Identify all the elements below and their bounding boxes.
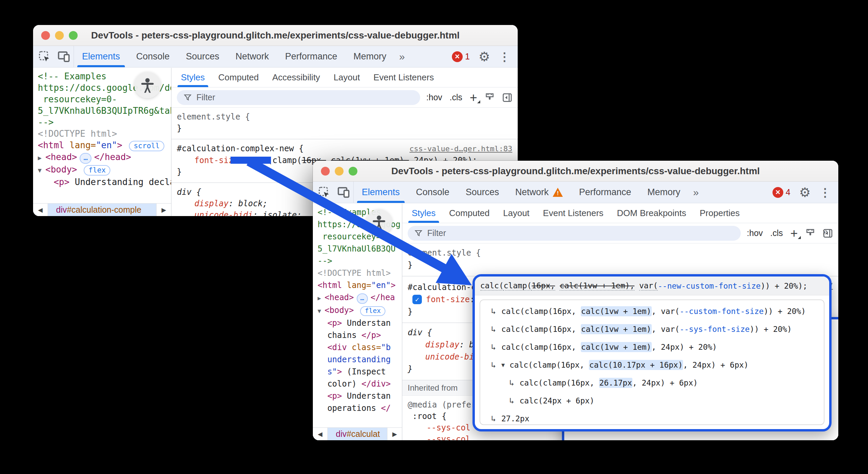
breadcrumb-scroll-left-icon[interactable]: ◀ xyxy=(33,204,48,216)
trace-step[interactable]: ↳ ▼ calc(clamp(16px, 26.17px, 24px) + 6p… xyxy=(480,374,824,392)
trace-step[interactable]: ↳ ▼ calc(clamp(16px, calc(10.17px + 16px… xyxy=(480,356,824,374)
minimize-window-button[interactable] xyxy=(335,167,344,176)
element-style-section[interactable]: element.style { } xyxy=(171,108,518,139)
dom-tree-node[interactable]: s"> (Inspect xyxy=(318,366,402,378)
rendering-brush-icon[interactable] xyxy=(805,228,815,238)
dom-tree-node[interactable]: color) </div> xyxy=(318,378,402,390)
breadcrumb-scroll-left-icon[interactable]: ◀ xyxy=(313,428,328,440)
error-badge[interactable]: ✕ 4 xyxy=(772,187,790,198)
sidebar-tab[interactable]: Styles xyxy=(405,204,442,223)
dom-tree-node[interactable]: --> xyxy=(318,255,402,267)
panel-tab[interactable]: Network ! xyxy=(227,46,277,67)
kebab-menu-icon[interactable]: ⋮ xyxy=(499,50,510,63)
sidebar-tab[interactable]: Styles xyxy=(174,68,212,87)
declaration-checkbox[interactable]: ✓ xyxy=(412,295,422,304)
panel-tab[interactable]: Console ! xyxy=(408,182,458,203)
panel-tab[interactable]: Console ! xyxy=(128,46,178,67)
more-tabs-icon[interactable]: » xyxy=(818,226,833,237)
zoom-window-button[interactable] xyxy=(69,31,78,40)
expander-icon[interactable]: ▼ xyxy=(501,362,505,368)
sidebar-tab[interactable]: Properties xyxy=(693,204,747,223)
kebab-menu-icon[interactable]: ⋮ xyxy=(819,186,831,199)
trace-step[interactable]: ↳ ▼ calc(clamp(16px, calc(1vw + 1em), va… xyxy=(480,320,824,338)
sidebar-tab[interactable]: Event Listeners xyxy=(367,68,440,87)
dom-tree-node[interactable]: <html lang="en"> scroll xyxy=(38,139,171,151)
rendering-brush-icon[interactable] xyxy=(485,93,495,103)
breadcrumb-scroll-right-icon[interactable]: ▶ xyxy=(387,428,402,440)
trace-step[interactable]: ↳ ▼ 27.2px xyxy=(480,410,824,425)
panel-tab[interactable]: Sources ! xyxy=(178,46,227,67)
new-style-rule-button[interactable]: + xyxy=(470,91,477,104)
panel-tab[interactable]: Memory ! xyxy=(639,182,688,203)
sidebar-tab[interactable]: DOM Breakpoints xyxy=(610,204,693,223)
zoom-window-button[interactable] xyxy=(349,167,357,176)
toggle-class-button[interactable]: .cls xyxy=(450,93,462,102)
dom-tree-node[interactable]: <div class="b xyxy=(318,341,402,353)
panel-tab[interactable]: Performance ! xyxy=(571,182,640,203)
dom-tree-node[interactable]: <html lang="en"> xyxy=(318,279,402,291)
dom-tree-node[interactable]: ▼ <body> flex xyxy=(318,304,402,317)
panel-tab[interactable]: Memory ! xyxy=(345,46,395,67)
trace-step[interactable]: ↳ ▼ calc(clamp(16px, calc(1vw + 1em), 24… xyxy=(480,338,824,356)
panel-tab[interactable]: Elements ! xyxy=(74,46,128,67)
dom-tree-node[interactable]: <!DOCTYPE html> xyxy=(318,267,402,279)
toggle-pseudo-class-button[interactable]: :hov xyxy=(426,93,442,102)
settings-gear-icon[interactable]: ⚙ xyxy=(479,50,490,63)
device-toolbar-icon[interactable] xyxy=(337,187,350,198)
filter-input[interactable]: Filter xyxy=(177,90,420,105)
new-style-rule-button[interactable]: + xyxy=(790,227,798,240)
sidebar-tab[interactable]: Layout xyxy=(327,68,367,87)
dom-tree-node[interactable]: chains </p> xyxy=(318,329,402,341)
toggle-class-button[interactable]: .cls xyxy=(770,228,783,238)
stylesheet-link[interactable]: css-value-d…ger.html:83 xyxy=(409,143,512,155)
more-tabs-icon[interactable]: » xyxy=(688,182,704,203)
breadcrumb-scroll-right-icon[interactable]: ▶ xyxy=(156,204,171,216)
sidebar-tab[interactable]: Computed xyxy=(212,68,266,87)
trace-step[interactable]: ↳ ▼ calc(24px + 6px) xyxy=(480,392,824,410)
dom-tree-node[interactable]: ▶ <head>…</hea xyxy=(318,291,402,304)
css-declaration-name[interactable]: font-size: xyxy=(426,293,475,306)
sidebar-tab[interactable]: Computed xyxy=(442,204,496,223)
toggle-pseudo-class-button[interactable]: :hov xyxy=(747,228,763,238)
sidebar-tab[interactable]: Event Listeners xyxy=(536,204,610,223)
trace-step[interactable]: ↳ ▼ calc(clamp(16px, calc(1vw + 1em), va… xyxy=(480,302,824,320)
error-badge[interactable]: ✕ 1 xyxy=(452,51,470,62)
dom-tree-node[interactable]: operations </ xyxy=(318,402,402,414)
dom-tree-node[interactable]: ▼ <body> flex xyxy=(38,164,171,176)
sidebar-tab[interactable]: Layout xyxy=(496,204,536,223)
sidebar-tab[interactable]: Accessibility xyxy=(266,68,327,87)
dom-tree-node[interactable]: resourcekey=0- xyxy=(318,231,402,243)
close-window-button[interactable] xyxy=(321,167,330,176)
dom-tree-node[interactable]: 5_l7VKnhaUl6B3QU xyxy=(318,243,402,255)
dom-tree-node[interactable]: --> xyxy=(38,116,171,128)
dom-tree-node[interactable]: 5_l7VKnhaUl6B3QUIpTR6g&tab= xyxy=(38,105,171,116)
panel-tab[interactable]: Sources ! xyxy=(458,182,507,203)
panel-tab-label: Sources xyxy=(186,51,219,62)
filter-input[interactable]: Filter xyxy=(408,226,741,241)
rule-selector[interactable]: #calculation-complex-new { xyxy=(177,143,304,154)
panel-tab[interactable]: Network ! xyxy=(507,182,571,203)
element-style-section[interactable]: element.style { } xyxy=(402,243,838,276)
dom-tree-node[interactable]: <!DOCTYPE html> xyxy=(38,128,171,139)
dom-tree-node[interactable]: <p> Understan xyxy=(318,317,402,329)
element-style-open: element.style { xyxy=(408,247,833,259)
toggle-sidebar-icon[interactable] xyxy=(502,93,512,103)
dom-tree-node[interactable]: <p> Understan xyxy=(318,390,402,402)
minimize-window-button[interactable] xyxy=(55,31,64,40)
breadcrumb-selected-node[interactable]: div#calculation-comple xyxy=(48,205,143,215)
dom-tree-node[interactable]: ▶ <head>…</head> xyxy=(38,151,171,164)
more-tabs-icon[interactable]: » xyxy=(395,46,410,67)
inspect-element-icon[interactable] xyxy=(38,51,51,63)
sidebar-tabs: Styles Computed Accessibility Layout Eve… xyxy=(171,68,518,87)
settings-gear-icon[interactable]: ⚙ xyxy=(799,186,811,199)
device-toolbar-icon[interactable] xyxy=(57,51,70,62)
trace-declaration-value[interactable]: calc(clamp(16px, calc(1vw + 1em), var(--… xyxy=(475,276,829,295)
breadcrumb-selected-node[interactable]: div#calculat xyxy=(328,429,381,439)
panel-tab[interactable]: Performance ! xyxy=(277,46,346,67)
dom-tree-node[interactable]: <p> Understanding decla xyxy=(38,176,171,188)
panel-tab[interactable]: Elements ! xyxy=(354,182,408,203)
inspect-element-icon[interactable] xyxy=(318,186,330,199)
dom-tree-node[interactable]: understanding xyxy=(318,353,402,366)
return-arrow-icon: ↳ xyxy=(491,324,496,334)
close-window-button[interactable] xyxy=(41,31,50,40)
